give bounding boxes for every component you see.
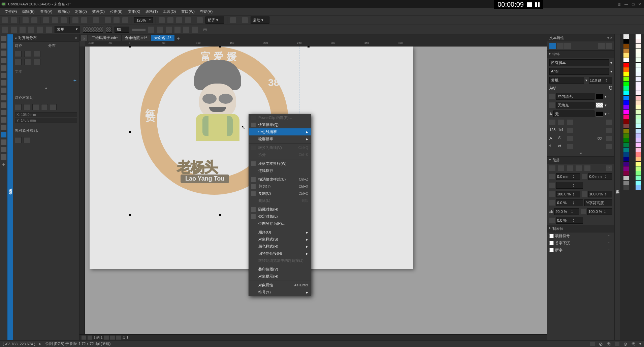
bg-swatch[interactable] xyxy=(596,102,603,108)
palette-swatch[interactable] xyxy=(636,34,641,39)
page-prev-icon[interactable] xyxy=(88,336,92,340)
ligature-more-icon[interactable] xyxy=(606,144,612,149)
text-tab-opt2-icon[interactable] xyxy=(606,43,612,49)
copy-transparency-icon[interactable] xyxy=(183,27,189,33)
opacity-slider[interactable] xyxy=(132,29,146,31)
page-first-icon[interactable] xyxy=(82,336,86,340)
connector-tool-icon[interactable] xyxy=(1,125,6,130)
context-menu-item[interactable]: 快速描摹(Q) xyxy=(249,121,311,128)
canvas[interactable]: 富 爱 媛 红 贵 38 老杨头 Lao Yang Tou xyxy=(85,46,547,334)
palette-swatch[interactable] xyxy=(636,49,641,53)
guides-icon[interactable] xyxy=(185,17,191,23)
add-align-icon[interactable]: + xyxy=(13,76,79,85)
palette-swatch[interactable] xyxy=(636,86,641,91)
context-menu-item[interactable]: 锁定对象(L) xyxy=(249,213,311,220)
palette-swatch[interactable] xyxy=(636,181,641,185)
dimension-tool-icon[interactable] xyxy=(1,117,6,123)
palette-swatch[interactable] xyxy=(623,124,629,129)
palette-swatch[interactable] xyxy=(636,82,641,86)
fill-swatch[interactable] xyxy=(596,94,603,99)
launch-combo[interactable]: 启动 ▾ xyxy=(251,17,269,24)
opacity-input[interactable]: 50 xyxy=(115,27,129,33)
underline-icon[interactable]: U xyxy=(609,86,612,91)
align-center-v-icon[interactable] xyxy=(24,59,31,65)
redo-icon[interactable] xyxy=(81,17,87,23)
context-menu-item[interactable]: 剪切(T)Ctrl+X xyxy=(249,183,311,190)
palette-swatch[interactable] xyxy=(636,91,641,96)
palette-swatch[interactable] xyxy=(636,166,641,171)
palette-swatch[interactable] xyxy=(623,162,629,166)
copy-icon[interactable] xyxy=(52,17,58,23)
zoom-combo[interactable]: 125%▾ xyxy=(134,17,153,23)
align-left-icon[interactable] xyxy=(15,51,22,57)
palette-swatch[interactable] xyxy=(623,91,629,96)
table-tool-icon[interactable] xyxy=(1,110,6,115)
pause-icon[interactable] xyxy=(535,2,540,7)
menu-text[interactable]: 文本(X) xyxy=(126,8,142,15)
indent-right-input[interactable] xyxy=(589,175,604,179)
palette-swatch[interactable] xyxy=(636,105,641,110)
text-tool-icon[interactable] xyxy=(1,102,6,108)
ligature-icon[interactable] xyxy=(567,144,573,149)
palette-swatch[interactable] xyxy=(636,53,641,58)
spacing-before-input[interactable] xyxy=(557,192,572,196)
bg-more-icon[interactable]: ⋯ xyxy=(608,103,612,107)
fill-type[interactable]: 均匀填充 xyxy=(556,93,594,100)
frac-more-icon[interactable] xyxy=(606,128,612,133)
context-menu-item[interactable]: 连线换行 xyxy=(249,167,311,174)
minimize-icon[interactable]: — xyxy=(623,2,629,6)
import-icon[interactable] xyxy=(105,17,111,23)
context-menu-item[interactable]: 轮廓描摹▶ xyxy=(249,135,311,143)
palette-swatch[interactable] xyxy=(623,115,629,119)
align-y-value[interactable]: 148.5 mm xyxy=(21,119,36,122)
context-menu-item[interactable]: 对象样式(S)▶ xyxy=(249,236,311,243)
add-property-icon[interactable]: ⊕ xyxy=(203,26,207,33)
palette-swatch[interactable] xyxy=(623,148,629,152)
text-tab-opt1-icon[interactable] xyxy=(598,43,605,49)
palette-swatch[interactable] xyxy=(623,176,629,181)
panel-close-icon[interactable]: × xyxy=(75,36,77,40)
outline-swatch[interactable] xyxy=(596,111,603,117)
para-section-header[interactable]: 段落 xyxy=(547,156,614,164)
palette-swatch[interactable] xyxy=(623,53,629,58)
help-icon[interactable]: ⍰ xyxy=(616,2,622,6)
allcaps-icon[interactable] xyxy=(606,120,612,125)
script-select[interactable]: 所有脚本 xyxy=(549,59,609,66)
export-icon[interactable] xyxy=(114,17,120,23)
shape-tool-icon[interactable] xyxy=(1,43,6,49)
palette-swatch[interactable] xyxy=(636,138,641,143)
maximize-icon[interactable]: ▢ xyxy=(630,2,636,6)
menu-window[interactable]: 窗口(W) xyxy=(179,8,197,15)
palette-swatch[interactable] xyxy=(623,152,629,157)
fill-tool-icon[interactable] xyxy=(1,147,6,152)
pdf-icon[interactable] xyxy=(122,17,128,23)
outline-type[interactable]: 无 xyxy=(553,111,594,117)
align-bottom-icon[interactable] xyxy=(34,59,40,65)
dist-to-selection-icon[interactable] xyxy=(15,137,22,143)
palette-swatch[interactable] xyxy=(636,100,641,105)
palette-swatch[interactable] xyxy=(623,100,629,105)
menu-tools[interactable]: 工具(O) xyxy=(161,8,178,15)
context-menu-item[interactable]: 颜色样式(R)▶ xyxy=(249,243,311,250)
menu-table[interactable]: 表格(T) xyxy=(143,8,160,15)
align-to-page-icon[interactable] xyxy=(24,104,30,110)
ordinal-icon[interactable] xyxy=(567,128,573,133)
palette-swatch[interactable] xyxy=(623,82,629,86)
palette-swatch[interactable] xyxy=(623,181,629,185)
align-right-icon[interactable] xyxy=(34,51,40,57)
palette-swatch[interactable] xyxy=(636,176,641,181)
align-to-grid-icon[interactable] xyxy=(41,104,48,110)
paste-icon[interactable] xyxy=(61,17,67,23)
menu-layout[interactable]: 布局(L) xyxy=(56,8,71,15)
new-doc-icon[interactable] xyxy=(2,17,8,23)
status-fill-icon[interactable] xyxy=(590,342,595,346)
text-tab-frame-icon[interactable] xyxy=(564,43,571,49)
zoom-tool-icon[interactable] xyxy=(1,58,6,63)
align-to-page-edge-icon[interactable] xyxy=(32,104,39,110)
snap-combo[interactable]: 贴齐 ▾ xyxy=(205,17,224,24)
align-docker-tab[interactable]: 对齐与分布 xyxy=(7,34,13,340)
palette-swatch[interactable] xyxy=(636,63,641,67)
align-to-point-icon[interactable] xyxy=(50,104,57,110)
bitmap-effects-icon[interactable] xyxy=(46,27,52,33)
context-menu-item[interactable]: 撤消修改样式(U)Ctrl+Z xyxy=(249,176,311,183)
